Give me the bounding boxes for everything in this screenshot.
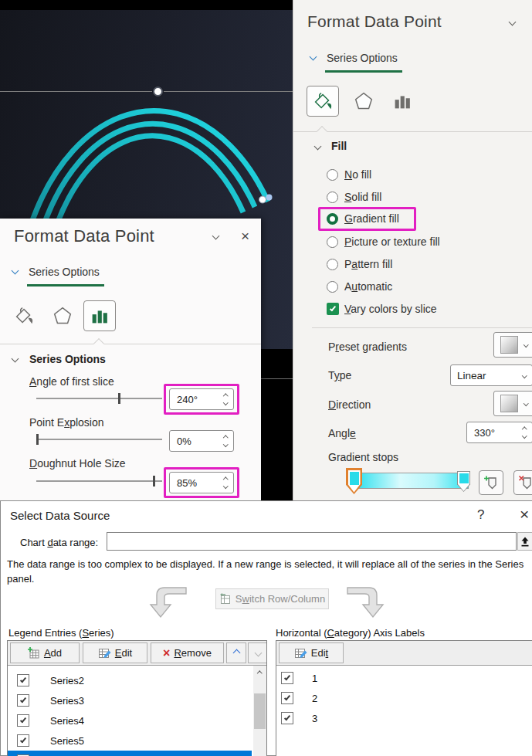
spinner-down-icon[interactable] <box>223 400 228 405</box>
category-name[interactable]: 3 <box>312 713 317 724</box>
move-series-down-button[interactable] <box>248 642 267 663</box>
tab-series-options-selected[interactable] <box>83 300 116 331</box>
paint-bucket-icon <box>311 90 334 113</box>
series-checkbox-checked[interactable] <box>17 734 29 747</box>
spinner-up-icon[interactable] <box>223 394 228 398</box>
series-row[interactable]: Series5 <box>8 731 252 751</box>
tab-fill-line-selected[interactable] <box>307 86 339 117</box>
slider-thumb[interactable] <box>153 476 155 486</box>
series-name[interactable]: Series2 <box>50 675 84 687</box>
category-checkbox-checked[interactable] <box>281 692 293 704</box>
add-series-button[interactable]: Add <box>10 642 80 663</box>
switch-row-column-button[interactable]: Switch Row/Column <box>215 588 329 609</box>
radio-picture-fill[interactable] <box>327 236 338 248</box>
gradient-angle-value[interactable]: 330° <box>467 427 518 439</box>
slider-thumb[interactable] <box>36 434 39 445</box>
picture-fill-label[interactable]: Picture or texture fill <box>344 236 440 248</box>
check-icon <box>330 305 336 312</box>
selection-handle-top[interactable] <box>153 86 163 97</box>
radio-solid-fill[interactable] <box>327 192 338 203</box>
spinner-up-icon[interactable] <box>223 477 228 482</box>
edit-axis-labels-button[interactable]: Edit <box>279 642 344 663</box>
series-row[interactable]: Series2 <box>8 670 252 690</box>
scrollbar-thumb[interactable] <box>254 693 266 729</box>
angle-first-slice-slider[interactable] <box>36 398 162 399</box>
add-gradient-stop-button[interactable] <box>479 470 503 495</box>
help-icon[interactable]: ? <box>477 507 484 523</box>
arc-end-handle-white[interactable] <box>259 196 266 203</box>
remove-gradient-stop-button[interactable] <box>513 470 532 495</box>
add-stop-icon <box>483 475 499 490</box>
arc-end-handle-blue[interactable] <box>266 195 273 201</box>
chevron-down-icon[interactable] <box>509 19 517 26</box>
divider <box>293 131 532 132</box>
series-row[interactable]: Series3 <box>8 690 252 710</box>
category-row[interactable]: 2 <box>276 688 531 708</box>
series-checkbox-checked[interactable] <box>17 714 29 727</box>
series-options-link[interactable]: Series Options <box>327 52 398 64</box>
angle-first-slice-spinner[interactable]: 240° <box>169 388 234 410</box>
tab-series-options[interactable] <box>386 86 418 117</box>
gradient-stops-bar[interactable] <box>354 473 469 489</box>
move-series-up-button[interactable] <box>226 642 246 663</box>
category-name[interactable]: 1 <box>312 673 317 684</box>
doughnut-hole-value[interactable]: 85% <box>170 477 219 489</box>
series-row[interactable]: Series4 <box>8 710 252 731</box>
collapse-dialog-button[interactable] <box>517 532 532 551</box>
doughnut-hole-spinner[interactable]: 85% <box>169 472 234 493</box>
chevron-down-icon[interactable] <box>212 232 220 240</box>
series-name[interactable]: Series3 <box>50 695 84 707</box>
preset-gradients-dropdown[interactable] <box>493 332 532 358</box>
chart-data-range-input[interactable] <box>107 532 517 551</box>
spinner-up-icon[interactable] <box>522 427 527 432</box>
chevron-down-icon[interactable] <box>314 143 322 151</box>
angle-first-slice-value[interactable]: 240° <box>170 394 219 405</box>
scrollbar-up-button[interactable] <box>253 666 266 679</box>
radio-no-fill[interactable] <box>327 169 338 181</box>
remove-series-button[interactable]: × Remove <box>151 642 224 663</box>
category-checkbox-checked[interactable] <box>281 712 293 724</box>
series-row-selected[interactable] <box>8 751 252 756</box>
radio-gradient-fill-selected[interactable] <box>327 213 338 225</box>
point-explosion-spinner[interactable]: 0% <box>169 430 234 452</box>
radio-pattern-fill[interactable] <box>327 259 338 270</box>
category-checkbox-checked[interactable] <box>281 672 293 684</box>
spinner-down-icon[interactable] <box>522 433 527 438</box>
tab-effects[interactable] <box>347 86 380 117</box>
category-name[interactable]: 2 <box>312 693 317 704</box>
no-fill-label[interactable]: No fill <box>344 168 371 181</box>
slider-thumb[interactable] <box>118 393 120 404</box>
category-row[interactable]: 3 <box>276 708 531 728</box>
series-name[interactable]: Series5 <box>50 735 84 747</box>
pattern-fill-label[interactable]: Pattern fill <box>344 258 392 270</box>
solid-fill-label[interactable]: Solid fill <box>344 191 381 203</box>
gradient-angle-spinner[interactable]: 330° <box>466 422 532 443</box>
spinner-down-icon[interactable] <box>223 442 228 446</box>
edit-series-button[interactable]: Edit <box>83 642 147 663</box>
automatic-label[interactable]: Automatic <box>344 280 392 293</box>
series-options-link[interactable]: Series Options <box>29 266 100 278</box>
category-row[interactable]: 1 <box>276 668 531 688</box>
spinner-up-icon[interactable] <box>223 436 228 440</box>
radio-automatic[interactable] <box>327 281 338 293</box>
close-icon[interactable]: × <box>520 505 529 524</box>
direction-dropdown[interactable] <box>493 391 532 416</box>
close-icon[interactable]: × <box>241 229 249 243</box>
point-explosion-slider[interactable] <box>36 439 162 440</box>
gradient-stop-1-selected[interactable] <box>346 468 362 494</box>
pane-title: Format Data Point <box>307 12 442 31</box>
chevron-down-icon[interactable] <box>12 355 19 363</box>
vary-colors-checkbox[interactable] <box>327 303 339 315</box>
tab-effects[interactable] <box>46 300 79 331</box>
series-name[interactable]: Series4 <box>50 715 84 727</box>
doughnut-hole-slider[interactable] <box>36 480 162 482</box>
series-checkbox-checked[interactable] <box>17 694 29 707</box>
type-combo[interactable]: Linear <box>450 364 532 386</box>
spinner-down-icon[interactable] <box>223 483 228 488</box>
tab-fill-line[interactable] <box>8 300 40 331</box>
point-explosion-value[interactable]: 0% <box>170 436 219 447</box>
vary-colors-label[interactable]: Vary colors by slice <box>344 303 437 315</box>
series-checkbox-checked[interactable] <box>17 674 29 687</box>
scrollbar[interactable] <box>253 666 266 756</box>
gradient-fill-label[interactable]: Gradient fill <box>344 212 399 225</box>
